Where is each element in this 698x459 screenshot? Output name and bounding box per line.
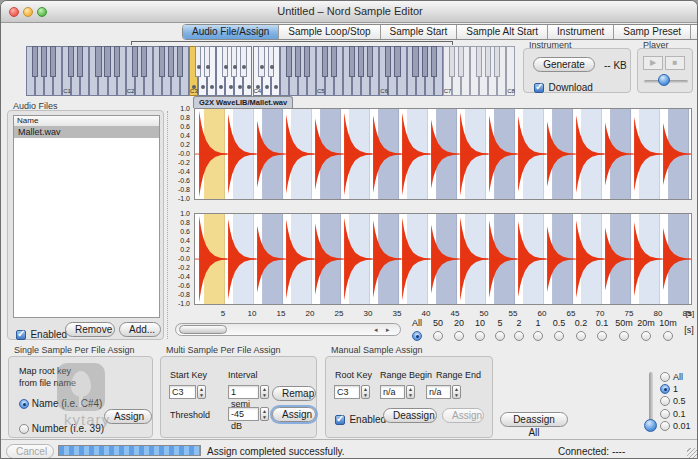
piano-key-g-0[interactable] [41, 46, 47, 77]
tab-manager[interactable]: Manager [691, 25, 698, 39]
zoom-scale-option-50m[interactable] [619, 331, 629, 341]
piano-key-c8[interactable]: C8 [506, 46, 515, 96]
tab-sample-alt-start[interactable]: Sample Alt Start [457, 25, 548, 39]
piano-key-a-7[interactable] [494, 46, 500, 77]
piano-key-g-6[interactable] [422, 46, 428, 77]
waveform-plot-left-channel[interactable] [194, 108, 692, 200]
map-by-number-radio[interactable] [19, 424, 29, 434]
map-by-name-radio[interactable] [19, 399, 29, 409]
snap-option-all[interactable] [660, 372, 670, 382]
piano-key-d-4[interactable] [268, 46, 274, 77]
scroll-left-arrow-icon[interactable]: ◂ [374, 324, 378, 335]
root-key-field[interactable]: C3 [334, 385, 360, 399]
piano-key-f-6[interactable] [412, 46, 418, 77]
remove-file-button[interactable]: Remove [65, 322, 115, 337]
audio-files-column-header[interactable]: Name [14, 116, 159, 127]
zoom-scale-option-2[interactable] [514, 331, 524, 341]
piano-key-c-4[interactable] [258, 46, 264, 77]
interval-field[interactable]: 1 semi [228, 385, 259, 399]
piano-key-c-1[interactable] [68, 46, 74, 77]
play-button[interactable]: ▶ [643, 56, 663, 70]
range-end-stepper[interactable]: ▲▼ [452, 385, 461, 399]
deassign-button[interactable]: Deassign [383, 408, 437, 423]
tab-instrument[interactable]: Instrument [548, 25, 614, 39]
scroll-right-arrow-icon[interactable]: ▸ [386, 324, 390, 335]
range-end-field[interactable]: n/a [426, 385, 451, 399]
piano-key-g-1[interactable] [104, 46, 110, 77]
zoom-scale-option-5[interactable] [495, 331, 505, 341]
zoom-scale-option-0-5[interactable] [554, 331, 564, 341]
zoom-scale-option-20[interactable] [454, 331, 464, 341]
piano-key-c-6[interactable] [385, 46, 391, 77]
stop-button[interactable]: ■ [665, 56, 685, 70]
piano-key-g-5[interactable] [358, 46, 364, 77]
zoom-scale-option-20m[interactable] [641, 331, 651, 341]
single-assign-button[interactable]: Assign [104, 409, 152, 424]
root-key-stepper[interactable]: ▲▼ [361, 385, 370, 399]
piano-key-a-1[interactable] [114, 46, 120, 77]
snap-option-0-5[interactable] [660, 396, 670, 406]
piano-key-c-2[interactable] [132, 46, 138, 77]
piano-key-c-7[interactable] [449, 46, 455, 77]
piano-key-d-5[interactable] [331, 46, 337, 77]
range-begin-stepper[interactable]: ▲▼ [406, 385, 415, 399]
piano-key-f-4[interactable] [286, 46, 292, 77]
zoom-scale-option-10m[interactable] [663, 331, 673, 341]
volume-slider-knob[interactable] [658, 74, 670, 86]
range-begin-field[interactable]: n/a [380, 385, 405, 399]
resize-grip[interactable] [687, 448, 697, 458]
piano-key-a-5[interactable] [367, 46, 373, 77]
piano-key-g-2[interactable] [168, 46, 174, 77]
piano-key-d-7[interactable] [458, 46, 464, 77]
threshold-field[interactable]: -45 dB [228, 407, 259, 421]
waveform-scrollbar[interactable]: ◂ ▸ [175, 323, 401, 336]
file-enabled-checkbox[interactable] [16, 330, 26, 340]
tab-sample-start[interactable]: Sample Start [381, 25, 458, 39]
tab-sample-loop-stop[interactable]: Sample Loop/Stop [279, 25, 380, 39]
multi-assign-button[interactable]: Assign [272, 407, 316, 422]
zoom-scale-option-0-2[interactable] [576, 331, 586, 341]
audio-files-list[interactable]: Name Mallet.wav [13, 115, 160, 318]
piano-key-f-7[interactable] [476, 46, 482, 77]
snap-option-0-1[interactable] [660, 409, 670, 419]
zoom-scale-option-10[interactable] [475, 331, 485, 341]
interval-stepper[interactable]: ▲▼ [260, 385, 269, 399]
piano-key-f-1[interactable] [95, 46, 101, 77]
start-key-stepper[interactable]: ▲▼ [197, 385, 206, 399]
piano-key-f-2[interactable] [159, 46, 165, 77]
snap-option-1[interactable] [660, 384, 670, 394]
piano-key-f-0[interactable] [32, 46, 38, 77]
tab-samp-preset[interactable]: Samp Preset [614, 25, 691, 39]
piano-key-a-0[interactable] [50, 46, 56, 77]
zoom-scale-option-50[interactable] [433, 331, 443, 341]
piano-key-a-4[interactable] [304, 46, 310, 77]
piano-key-d-2[interactable] [141, 46, 147, 77]
snap-slider-knob[interactable] [644, 419, 657, 432]
piano-key-g-3[interactable] [231, 46, 237, 77]
audio-file-row[interactable]: Mallet.wav [14, 127, 159, 138]
piano-key-d-6[interactable] [394, 46, 400, 77]
download-checkbox[interactable] [534, 83, 544, 93]
piano-key-g-7[interactable] [485, 46, 491, 77]
add-file-button[interactable]: Add... [119, 322, 161, 337]
piano-key-g-4[interactable] [295, 46, 301, 77]
piano-key-c-5[interactable] [322, 46, 328, 77]
threshold-stepper[interactable]: ▲▼ [260, 407, 269, 421]
zoom-scale-option-1[interactable] [533, 331, 543, 341]
piano-key-d-1[interactable] [77, 46, 83, 77]
piano-key-a-2[interactable] [177, 46, 183, 77]
manual-enabled-checkbox[interactable] [335, 415, 345, 425]
piano-key-a-3[interactable] [240, 46, 246, 77]
cancel-button[interactable]: Cancel [6, 444, 54, 459]
piano-key-c-3[interactable] [195, 46, 201, 77]
waveform-plot-right-channel[interactable] [194, 213, 692, 305]
piano-key-f-5[interactable] [349, 46, 355, 77]
zoom-scale-option-all[interactable] [412, 331, 422, 341]
zoom-scale-option-0-1[interactable] [597, 331, 607, 341]
deassign-all-button[interactable]: Deassign All [500, 412, 568, 427]
waveform-scrollbar-thumb[interactable] [179, 325, 227, 334]
piano-key-a-6[interactable] [431, 46, 437, 77]
generate-button[interactable]: Generate [533, 57, 595, 72]
piano-key-f-3[interactable] [222, 46, 228, 77]
manual-assign-button[interactable]: Assign [442, 408, 484, 423]
